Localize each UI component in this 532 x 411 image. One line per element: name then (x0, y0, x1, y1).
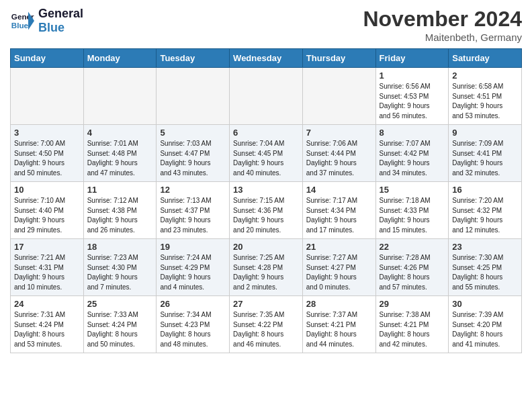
col-friday: Friday (375, 49, 449, 68)
calendar: Sunday Monday Tuesday Wednesday Thursday… (10, 48, 522, 353)
day-number: 13 (233, 185, 299, 195)
table-row (302, 68, 375, 125)
header: General Blue General Blue November 2024 … (10, 7, 522, 43)
day-info: Sunrise: 7:03 AM Sunset: 4:47 PM Dayligh… (160, 139, 226, 178)
day-info: Sunrise: 7:17 AM Sunset: 4:34 PM Dayligh… (306, 196, 372, 235)
table-row: 14Sunrise: 7:17 AM Sunset: 4:34 PM Dayli… (302, 182, 375, 239)
table-row: 23Sunrise: 7:30 AM Sunset: 4:25 PM Dayli… (449, 239, 522, 296)
day-info: Sunrise: 6:56 AM Sunset: 4:53 PM Dayligh… (380, 82, 445, 121)
day-number: 22 (380, 242, 445, 252)
table-row: 30Sunrise: 7:39 AM Sunset: 4:20 PM Dayli… (449, 296, 522, 353)
table-row: 6Sunrise: 7:04 AM Sunset: 4:45 PM Daylig… (230, 125, 303, 182)
table-row: 27Sunrise: 7:35 AM Sunset: 4:22 PM Dayli… (230, 296, 303, 353)
calendar-week-row: 1Sunrise: 6:56 AM Sunset: 4:53 PM Daylig… (11, 68, 522, 125)
day-info: Sunrise: 7:09 AM Sunset: 4:41 PM Dayligh… (452, 139, 518, 178)
svg-text:Blue: Blue (11, 21, 29, 30)
table-row: 12Sunrise: 7:13 AM Sunset: 4:37 PM Dayli… (157, 182, 230, 239)
day-number: 2 (452, 71, 518, 81)
table-row: 10Sunrise: 7:10 AM Sunset: 4:40 PM Dayli… (11, 182, 84, 239)
day-number: 30 (452, 299, 518, 309)
calendar-week-row: 10Sunrise: 7:10 AM Sunset: 4:40 PM Dayli… (11, 182, 522, 239)
day-info: Sunrise: 7:18 AM Sunset: 4:33 PM Dayligh… (380, 196, 445, 235)
col-sunday: Sunday (11, 49, 84, 68)
day-number: 24 (14, 299, 80, 309)
logo-blue: Blue (38, 21, 64, 34)
day-number: 23 (452, 242, 518, 252)
day-number: 1 (380, 71, 445, 81)
logo: General Blue General Blue (10, 7, 83, 35)
table-row (157, 68, 230, 125)
table-row: 15Sunrise: 7:18 AM Sunset: 4:33 PM Dayli… (375, 182, 449, 239)
day-number: 19 (160, 242, 226, 252)
calendar-week-row: 24Sunrise: 7:31 AM Sunset: 4:24 PM Dayli… (11, 296, 522, 353)
table-row: 26Sunrise: 7:34 AM Sunset: 4:23 PM Dayli… (157, 296, 230, 353)
location: Maitenbeth, Germany (363, 32, 522, 43)
table-row: 16Sunrise: 7:20 AM Sunset: 4:32 PM Dayli… (449, 182, 522, 239)
table-row: 7Sunrise: 7:06 AM Sunset: 4:44 PM Daylig… (302, 125, 375, 182)
day-number: 29 (380, 299, 445, 309)
table-row: 9Sunrise: 7:09 AM Sunset: 4:41 PM Daylig… (449, 125, 522, 182)
day-info: Sunrise: 7:38 AM Sunset: 4:21 PM Dayligh… (380, 310, 445, 349)
day-number: 9 (452, 128, 518, 138)
day-info: Sunrise: 7:13 AM Sunset: 4:37 PM Dayligh… (160, 196, 226, 235)
col-wednesday: Wednesday (230, 49, 303, 68)
table-row (83, 68, 157, 125)
month-title: November 2024 (363, 7, 522, 32)
table-row: 28Sunrise: 7:37 AM Sunset: 4:21 PM Dayli… (302, 296, 375, 353)
day-info: Sunrise: 7:06 AM Sunset: 4:44 PM Dayligh… (306, 139, 372, 178)
table-row: 20Sunrise: 7:25 AM Sunset: 4:28 PM Dayli… (230, 239, 303, 296)
col-tuesday: Tuesday (157, 49, 230, 68)
day-info: Sunrise: 7:25 AM Sunset: 4:28 PM Dayligh… (233, 253, 299, 292)
day-number: 11 (87, 185, 153, 195)
day-info: Sunrise: 7:30 AM Sunset: 4:25 PM Dayligh… (452, 253, 518, 292)
table-row: 25Sunrise: 7:33 AM Sunset: 4:24 PM Dayli… (83, 296, 157, 353)
table-row: 11Sunrise: 7:12 AM Sunset: 4:38 PM Dayli… (83, 182, 157, 239)
calendar-header-row: Sunday Monday Tuesday Wednesday Thursday… (11, 49, 522, 68)
day-info: Sunrise: 7:27 AM Sunset: 4:27 PM Dayligh… (306, 253, 372, 292)
day-info: Sunrise: 7:01 AM Sunset: 4:48 PM Dayligh… (87, 139, 153, 178)
table-row: 19Sunrise: 7:24 AM Sunset: 4:29 PM Dayli… (157, 239, 230, 296)
day-number: 12 (160, 185, 226, 195)
table-row: 5Sunrise: 7:03 AM Sunset: 4:47 PM Daylig… (157, 125, 230, 182)
day-info: Sunrise: 7:00 AM Sunset: 4:50 PM Dayligh… (14, 139, 80, 178)
table-row: 1Sunrise: 6:56 AM Sunset: 4:53 PM Daylig… (375, 68, 449, 125)
col-thursday: Thursday (302, 49, 375, 68)
day-info: Sunrise: 7:39 AM Sunset: 4:20 PM Dayligh… (452, 310, 518, 349)
calendar-week-row: 3Sunrise: 7:00 AM Sunset: 4:50 PM Daylig… (11, 125, 522, 182)
table-row: 18Sunrise: 7:23 AM Sunset: 4:30 PM Dayli… (83, 239, 157, 296)
day-info: Sunrise: 7:28 AM Sunset: 4:26 PM Dayligh… (380, 253, 445, 292)
day-info: Sunrise: 7:15 AM Sunset: 4:36 PM Dayligh… (233, 196, 299, 235)
col-monday: Monday (83, 49, 157, 68)
table-row (11, 68, 84, 125)
table-row: 17Sunrise: 7:21 AM Sunset: 4:31 PM Dayli… (11, 239, 84, 296)
day-info: Sunrise: 6:58 AM Sunset: 4:51 PM Dayligh… (452, 82, 518, 121)
table-row: 2Sunrise: 6:58 AM Sunset: 4:51 PM Daylig… (449, 68, 522, 125)
day-info: Sunrise: 7:07 AM Sunset: 4:42 PM Dayligh… (380, 139, 445, 178)
title-block: November 2024 Maitenbeth, Germany (363, 7, 522, 43)
table-row: 29Sunrise: 7:38 AM Sunset: 4:21 PM Dayli… (375, 296, 449, 353)
day-number: 18 (87, 242, 153, 252)
day-number: 27 (233, 299, 299, 309)
table-row: 3Sunrise: 7:00 AM Sunset: 4:50 PM Daylig… (11, 125, 84, 182)
day-info: Sunrise: 7:35 AM Sunset: 4:22 PM Dayligh… (233, 310, 299, 349)
day-number: 6 (233, 128, 299, 138)
day-number: 4 (87, 128, 153, 138)
day-number: 8 (380, 128, 445, 138)
day-info: Sunrise: 7:10 AM Sunset: 4:40 PM Dayligh… (14, 196, 80, 235)
table-row: 8Sunrise: 7:07 AM Sunset: 4:42 PM Daylig… (375, 125, 449, 182)
day-info: Sunrise: 7:12 AM Sunset: 4:38 PM Dayligh… (87, 196, 153, 235)
day-info: Sunrise: 7:31 AM Sunset: 4:24 PM Dayligh… (14, 310, 80, 349)
day-info: Sunrise: 7:23 AM Sunset: 4:30 PM Dayligh… (87, 253, 153, 292)
day-number: 25 (87, 299, 153, 309)
day-info: Sunrise: 7:24 AM Sunset: 4:29 PM Dayligh… (160, 253, 226, 292)
day-number: 20 (233, 242, 299, 252)
day-number: 28 (306, 299, 372, 309)
day-info: Sunrise: 7:21 AM Sunset: 4:31 PM Dayligh… (14, 253, 80, 292)
table-row: 22Sunrise: 7:28 AM Sunset: 4:26 PM Dayli… (375, 239, 449, 296)
day-number: 3 (14, 128, 80, 138)
day-number: 14 (306, 185, 372, 195)
day-info: Sunrise: 7:33 AM Sunset: 4:24 PM Dayligh… (87, 310, 153, 349)
day-info: Sunrise: 7:34 AM Sunset: 4:23 PM Dayligh… (160, 310, 226, 349)
day-number: 17 (14, 242, 80, 252)
table-row (230, 68, 303, 125)
